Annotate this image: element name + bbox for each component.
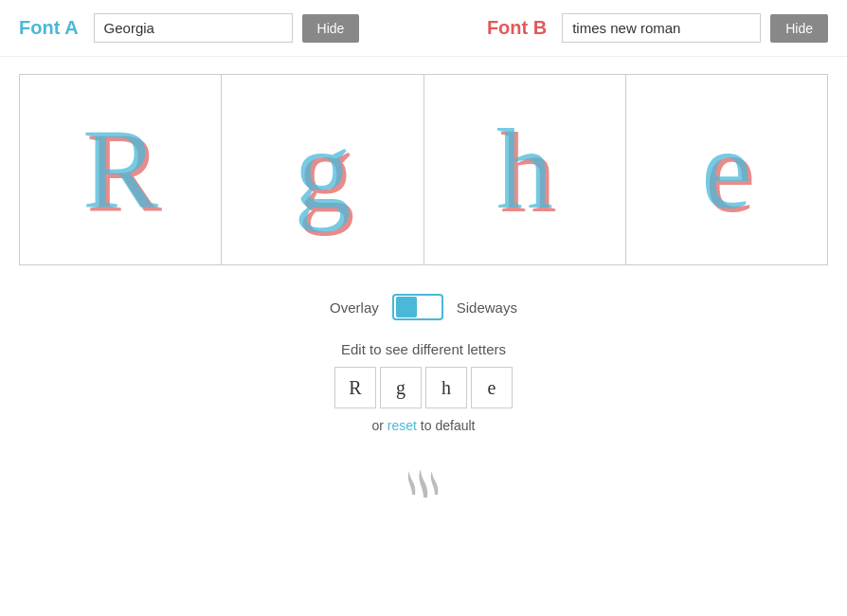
char-a-h: h — [496, 113, 553, 226]
controls: Overlay Sideways Edit to see different l… — [0, 294, 847, 433]
hide-a-button[interactable]: Hide — [302, 14, 360, 43]
char-display-e: e e — [665, 99, 788, 241]
logo-icon — [400, 462, 447, 506]
char-inputs — [334, 367, 513, 408]
logo-svg — [400, 462, 447, 499]
char-input-0[interactable] — [334, 367, 376, 408]
char-display-h: h h — [463, 99, 586, 241]
font-b-group: Font B Hide — [487, 13, 828, 43]
reset-suffix: to default — [417, 418, 476, 433]
char-cell-3: e e — [626, 75, 827, 264]
reset-link[interactable]: reset — [387, 418, 417, 433]
edit-hint: Edit to see different letters — [341, 341, 506, 357]
char-a-R: R — [82, 113, 158, 226]
overlay-toggle[interactable] — [392, 294, 443, 320]
hide-b-button[interactable]: Hide — [770, 14, 828, 43]
font-a-label: Font A — [19, 17, 79, 39]
char-cell-2: h h — [424, 75, 626, 264]
sideways-label: Sideways — [457, 299, 517, 316]
reset-prefix: or — [372, 418, 387, 433]
edit-section: Edit to see different letters or reset t… — [334, 341, 513, 433]
char-display-g: g g — [261, 99, 384, 241]
char-input-1[interactable] — [380, 367, 422, 408]
toggle-thumb — [396, 297, 417, 317]
reset-row: or reset to default — [372, 418, 476, 433]
comparison-area: R R g g h h e e — [19, 74, 828, 265]
header: Font A Hide Font B Hide — [0, 0, 847, 57]
footer — [0, 462, 847, 525]
char-display-R: R R — [59, 99, 182, 241]
overlay-toggle-row: Overlay Sideways — [330, 294, 517, 320]
font-b-label: Font B — [487, 17, 547, 39]
char-input-3[interactable] — [471, 367, 513, 408]
char-a-e: e — [701, 113, 751, 226]
char-input-2[interactable] — [425, 367, 467, 408]
char-cell-1: g g — [222, 75, 424, 264]
overlay-label: Overlay — [330, 299, 379, 316]
font-b-input[interactable] — [562, 13, 761, 43]
font-a-input[interactable] — [94, 13, 293, 43]
char-cell-0: R R — [20, 75, 222, 264]
char-a-g: g — [294, 113, 351, 226]
